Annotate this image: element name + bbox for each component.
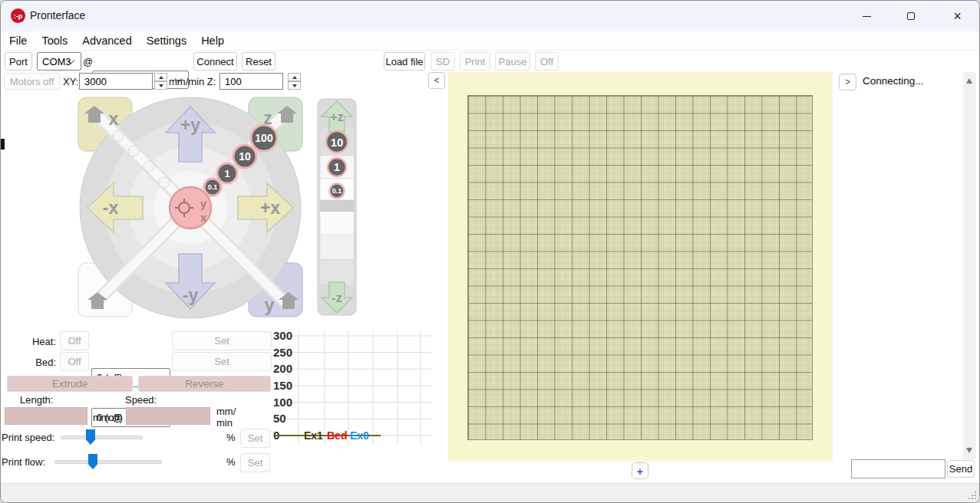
maximize-button[interactable] xyxy=(889,1,933,31)
menu-file[interactable]: File xyxy=(9,35,27,47)
xy-feed-spinner[interactable] xyxy=(154,73,167,90)
length-label: Length: xyxy=(20,394,53,406)
collapse-left-button[interactable]: < xyxy=(428,72,445,89)
extrude-speed-input[interactable] xyxy=(126,407,210,425)
spin-down-icon[interactable] xyxy=(288,81,301,90)
log-output[interactable]: Connecting... xyxy=(858,72,963,459)
z-feed-label: mm/min Z: xyxy=(169,76,216,87)
speed-label: Speed: xyxy=(125,394,157,406)
print-speed-label: Print speed: xyxy=(2,432,54,443)
spin-up-icon[interactable] xyxy=(288,73,301,81)
menu-help[interactable]: Help xyxy=(201,35,224,47)
off-button[interactable]: Off xyxy=(535,52,559,71)
maximize-icon xyxy=(907,12,915,20)
z-jog-pad: +z -z 10 1 0.1 xyxy=(317,98,357,316)
collapse-right-button[interactable]: > xyxy=(839,74,856,90)
mm-per-label: mm/ xyxy=(216,406,236,417)
print-button[interactable]: Print xyxy=(460,52,490,71)
mm-at-label: mm @ xyxy=(93,412,122,423)
svg-text:200: 200 xyxy=(273,362,292,375)
minus-x-label: -x xyxy=(103,198,119,218)
motors-off-button[interactable]: Motors off xyxy=(4,73,60,90)
close-button[interactable]: × xyxy=(934,1,980,31)
resize-grip[interactable] xyxy=(967,490,977,500)
home-x-label: x xyxy=(109,109,119,129)
print-speed-slider-thumb[interactable] xyxy=(86,429,95,445)
port-button[interactable]: Port xyxy=(5,52,32,71)
keyboard-jog-hub[interactable]: y x xyxy=(170,187,211,228)
menu-bar: File Tools Advanced Settings Help xyxy=(1,31,980,51)
menu-tools[interactable]: Tools xyxy=(41,35,68,47)
minimize-button[interactable] xyxy=(844,1,889,31)
port-select-value: COM3 xyxy=(42,56,71,67)
xy-feed-input[interactable]: 3000 xyxy=(79,73,153,90)
send-button[interactable]: Send xyxy=(947,460,975,478)
print-speed-slider[interactable] xyxy=(61,436,143,439)
badge-label: 0.1 xyxy=(208,183,218,191)
badge-label: 0.1 xyxy=(332,187,342,195)
z-badge-1[interactable]: 1 xyxy=(328,158,346,176)
distance-badge-100[interactable]: 100 xyxy=(251,125,277,151)
heat-label: Heat: xyxy=(24,336,56,347)
connect-button[interactable]: Connect xyxy=(193,52,237,71)
distance-badge-1[interactable]: 1 xyxy=(217,163,237,183)
gcode-viewer-canvas[interactable] xyxy=(448,72,833,462)
svg-text:250: 250 xyxy=(273,346,292,359)
extrude-length-input[interactable] xyxy=(5,407,87,425)
zoom-in-button[interactable]: + xyxy=(632,462,648,479)
reset-button[interactable]: Reset xyxy=(242,52,276,71)
plus-x-label: +x xyxy=(260,198,280,218)
menu-advanced[interactable]: Advanced xyxy=(82,35,132,47)
port-select[interactable]: COM3 xyxy=(37,52,81,71)
badge-label: 1 xyxy=(334,161,340,173)
heat-set-button[interactable]: Set xyxy=(172,331,272,350)
spin-up-icon[interactable] xyxy=(154,73,167,81)
heat-off-button[interactable]: Off xyxy=(60,331,89,350)
legend-bed: Bed xyxy=(327,429,347,442)
extrude-button[interactable]: Extrude xyxy=(7,376,133,392)
reverse-button[interactable]: Reverse xyxy=(138,376,271,392)
xy-feed-value: 3000 xyxy=(84,76,107,87)
z-badge-10[interactable]: 10 xyxy=(326,131,348,153)
svg-text:150: 150 xyxy=(273,379,292,392)
print-speed-set-button[interactable]: Set xyxy=(240,429,270,448)
command-input[interactable] xyxy=(851,459,945,478)
z-feed-input[interactable]: 100 xyxy=(219,73,283,90)
pause-button[interactable]: Pause xyxy=(495,52,530,71)
bed-label: Bed: xyxy=(24,357,56,368)
home-y-label: y xyxy=(265,295,275,315)
z-badge-0-1[interactable]: 0.1 xyxy=(330,184,345,199)
xy-jog-pad: +y -y -x +x x z y xyxy=(77,96,304,320)
badge-label: 10 xyxy=(331,136,344,149)
pronterface-window: :-p Pronterface × File Tools Advanced Se… xyxy=(0,0,980,503)
bed-set-button[interactable]: Set xyxy=(172,352,272,371)
badge-label: 10 xyxy=(239,150,251,163)
print-bed-grid[interactable] xyxy=(467,95,813,440)
z-feed-spinner[interactable] xyxy=(288,73,301,90)
distance-badge-0-1[interactable]: 0.1 xyxy=(204,179,221,196)
title-bar: :-p Pronterface × xyxy=(1,1,980,31)
print-flow-slider-thumb[interactable] xyxy=(88,454,97,469)
close-icon: × xyxy=(953,9,962,23)
sd-button[interactable]: SD xyxy=(431,52,455,71)
spin-down-icon[interactable] xyxy=(154,81,167,90)
percent-label: % xyxy=(226,432,236,443)
menu-settings[interactable]: Settings xyxy=(147,35,186,47)
log-scrollbar[interactable] xyxy=(963,72,976,459)
svg-text:100: 100 xyxy=(273,396,292,409)
badge-label: 100 xyxy=(255,132,273,144)
plus-y-label: +y xyxy=(180,115,200,135)
distance-badge-10[interactable]: 10 xyxy=(233,145,256,168)
left-splitter-handle[interactable] xyxy=(1,139,5,150)
scroll-up-icon[interactable] xyxy=(966,78,972,84)
bed-off-button[interactable]: Off xyxy=(60,352,89,371)
print-flow-slider[interactable] xyxy=(54,460,162,464)
app-logo-icon: :-p xyxy=(11,8,25,23)
legend-ex0: Ex0 xyxy=(350,429,369,442)
scroll-down-icon[interactable] xyxy=(966,448,972,453)
load-file-button[interactable]: Load file xyxy=(384,52,425,71)
at-label: @ xyxy=(83,56,93,67)
print-flow-set-button[interactable]: Set xyxy=(240,453,270,472)
log-line: Connecting... xyxy=(858,72,963,87)
graph-legend: Ex1 Bed Ex0 xyxy=(304,429,369,442)
